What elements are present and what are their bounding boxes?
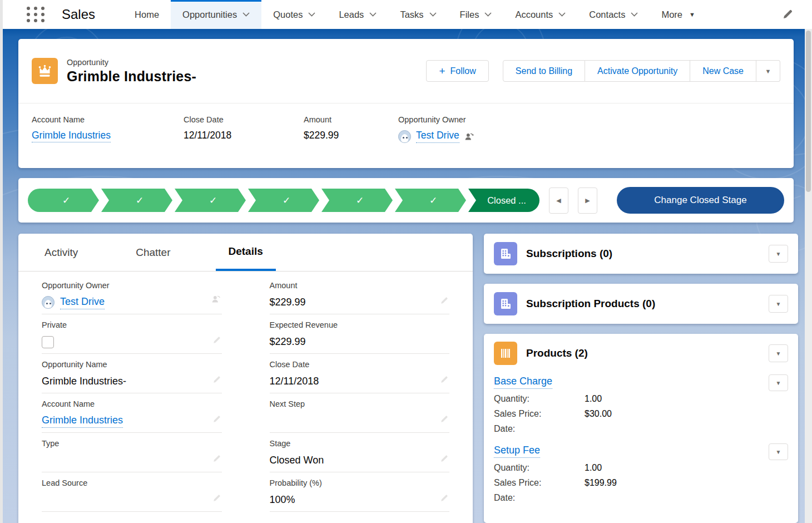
field-type: Type xyxy=(42,433,222,472)
send-to-billing-button[interactable]: Send to Billing xyxy=(503,60,585,82)
chevron-down-icon xyxy=(369,12,377,17)
path-scroll-left-button[interactable]: ◀ xyxy=(549,188,568,214)
edit-nav-pencil-icon[interactable] xyxy=(782,9,793,20)
user-avatar xyxy=(398,130,411,143)
nav-tab-tasks[interactable]: Tasks xyxy=(388,0,448,29)
checkmark-icon: ✓ xyxy=(283,195,290,206)
edit-pencil-icon[interactable] xyxy=(212,494,221,502)
product-row-dropdown-button[interactable]: ▼ xyxy=(769,443,788,460)
path-stage-complete[interactable]: ✓ xyxy=(101,189,172,212)
account-name-link[interactable]: Grimble Industries xyxy=(32,130,111,142)
field-expected-revenue: Expected Revenue $229.99 xyxy=(270,314,450,354)
edit-pencil-icon[interactable] xyxy=(440,376,448,384)
change-owner-icon[interactable] xyxy=(464,132,474,141)
edit-pencil-icon[interactable] xyxy=(212,376,221,384)
vertical-scrollbar[interactable] xyxy=(805,29,812,523)
edit-pencil-icon[interactable] xyxy=(440,297,448,305)
edit-pencil-icon[interactable] xyxy=(440,415,448,423)
nav-tab-more[interactable]: More ▼ xyxy=(650,0,706,29)
products-barcode-icon xyxy=(494,342,517,365)
product-link[interactable]: Base Charge xyxy=(494,376,552,389)
new-case-button[interactable]: New Case xyxy=(690,60,756,82)
triangle-down-icon: ▼ xyxy=(776,251,781,257)
app-name: Sales xyxy=(62,7,95,22)
more-actions-dropdown-button[interactable]: ▼ xyxy=(756,60,780,82)
detail-tabs: Activity Chatter Details xyxy=(18,234,473,272)
page-title: Grimble Industries- xyxy=(67,68,196,85)
private-checkbox[interactable] xyxy=(42,336,54,348)
global-navigation-bar: Sales Home Opportunities Quotes Leads xyxy=(0,0,812,29)
subscriptions-dropdown-button[interactable]: ▼ xyxy=(769,245,788,263)
change-closed-stage-button[interactable]: Change Closed Stage xyxy=(617,187,784,214)
path-stage-complete[interactable]: ✓ xyxy=(321,189,393,212)
path-stage-closed[interactable]: Closed ... xyxy=(468,189,539,212)
related-card-title: Subscription Products (0) xyxy=(526,298,655,310)
edit-pencil-icon[interactable] xyxy=(440,494,448,502)
path-stage-complete[interactable]: ✓ xyxy=(28,189,99,212)
detail-fields-grid: Opportunity Owner Test Drive Amount $229… xyxy=(18,272,473,512)
subscription-products-related-card: Subscription Products (0) ▼ xyxy=(484,284,798,324)
product-row-dropdown-button[interactable]: ▼ xyxy=(769,374,788,391)
field-opportunity-owner: Opportunity Owner Test Drive xyxy=(42,275,222,314)
activate-opportunity-button[interactable]: Activate Opportunity xyxy=(585,60,690,82)
nav-tab-contacts[interactable]: Contacts xyxy=(577,0,650,29)
highlights-title-row: Opportunity Grimble Industries- + Follow… xyxy=(18,39,794,103)
checkmark-icon: ✓ xyxy=(429,195,437,206)
related-card-title: Products (2) xyxy=(526,347,588,359)
header-action-buttons: + Follow Send to Billing Activate Opport… xyxy=(426,60,780,82)
action-button-group: Send to Billing Activate Opportunity New… xyxy=(503,60,780,82)
edit-pencil-icon[interactable] xyxy=(212,415,221,423)
record-title-block: Opportunity Grimble Industries- xyxy=(67,58,196,85)
highlight-field-amount: Amount $229.99 xyxy=(304,115,398,143)
nav-tab-home[interactable]: Home xyxy=(123,0,171,29)
tab-chatter[interactable]: Chatter xyxy=(123,234,183,271)
field-lead-source: Lead Source xyxy=(42,472,222,512)
field-next-step: Next Step xyxy=(270,393,450,433)
tab-details[interactable]: Details xyxy=(216,234,276,271)
subscription-products-dropdown-button[interactable]: ▼ xyxy=(769,295,788,313)
tab-activity[interactable]: Activity xyxy=(32,234,91,271)
subscription-products-icon xyxy=(494,292,517,315)
owner-link[interactable]: Test Drive xyxy=(60,296,105,309)
nav-tab-files[interactable]: Files xyxy=(448,0,504,29)
edit-pencil-icon[interactable] xyxy=(212,455,221,463)
checkmark-icon: ✓ xyxy=(356,195,364,206)
sales-path: ✓ ✓ ✓ ✓ ✓ ✓ Closed ... xyxy=(28,189,539,212)
app-launcher-icon[interactable] xyxy=(25,5,46,24)
triangle-down-icon: ▼ xyxy=(776,351,781,357)
edit-pencil-icon[interactable] xyxy=(440,455,448,463)
plus-icon: + xyxy=(439,66,445,76)
nav-tab-opportunities[interactable]: Opportunities xyxy=(171,0,261,29)
field-opportunity-name: Opportunity Name Grimble Industries- xyxy=(42,354,222,393)
checkmark-icon: ✓ xyxy=(209,195,217,206)
product-link[interactable]: Setup Fee xyxy=(494,445,540,458)
chevron-down-icon xyxy=(429,12,437,17)
field-stage: Stage Closed Won xyxy=(270,433,450,472)
nav-tab-accounts[interactable]: Accounts xyxy=(503,0,577,29)
triangle-down-icon: ▼ xyxy=(776,449,781,455)
triangle-right-icon: ▶ xyxy=(585,197,590,204)
field-private: Private xyxy=(42,314,222,354)
change-owner-icon[interactable] xyxy=(211,294,221,304)
path-scroll-right-button[interactable]: ▶ xyxy=(578,188,597,214)
path-stage-complete[interactable]: ✓ xyxy=(395,189,466,212)
follow-button[interactable]: + Follow xyxy=(426,60,488,82)
highlight-field-account-name: Account Name Grimble Industries xyxy=(32,115,184,143)
owner-link[interactable]: Test Drive xyxy=(416,130,459,143)
path-stage-complete[interactable]: ✓ xyxy=(175,189,246,212)
edit-pencil-icon[interactable] xyxy=(212,336,221,344)
field-amount: Amount $229.99 xyxy=(270,275,450,314)
account-name-link[interactable]: Grimble Industries xyxy=(42,415,123,428)
nav-tab-leads[interactable]: Leads xyxy=(327,0,388,29)
scrollbar-thumb[interactable] xyxy=(806,31,811,192)
nav-tab-quotes[interactable]: Quotes xyxy=(261,0,327,29)
checkmark-icon: ✓ xyxy=(62,195,70,206)
related-card-title: Subscriptions (0) xyxy=(526,248,612,260)
triangle-down-icon: ▼ xyxy=(776,301,781,307)
salesforce-opportunity-page: Sales Home Opportunities Quotes Leads xyxy=(0,0,812,523)
field-probability: Probability (%) 100% xyxy=(270,472,450,512)
triangle-down-icon: ▼ xyxy=(776,380,781,386)
products-dropdown-button[interactable]: ▼ xyxy=(769,344,788,362)
path-stage-complete[interactable]: ✓ xyxy=(248,189,319,212)
opportunity-highlights-panel: Opportunity Grimble Industries- + Follow… xyxy=(18,39,794,168)
